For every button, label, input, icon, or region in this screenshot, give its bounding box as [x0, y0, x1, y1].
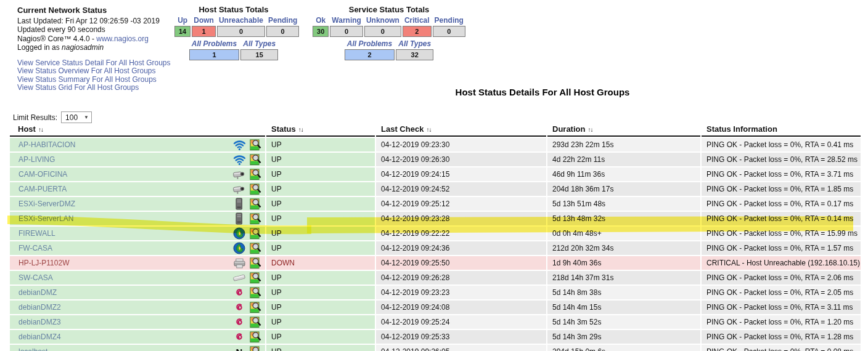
host-row: ESXi-ServerLAN UP 04-12-2019 09:23:28 5d…: [10, 212, 861, 225]
host-totals-count-down: 1: [192, 26, 216, 37]
service-totals-summary-table: All ProblemsAll Types232: [343, 38, 435, 62]
sort-arrows-icon[interactable]: ↑↓: [298, 126, 303, 133]
host-link[interactable]: ESXi-ServerLAN: [10, 214, 73, 223]
duration: 1d 9h 40m 36s: [547, 256, 700, 270]
host-link[interactable]: CAM-OFICINA: [10, 170, 67, 179]
host-row: debianDMZ UP 04-12-2019 09:23:23 5d 14h …: [10, 286, 861, 299]
status-map-icon[interactable]: [249, 242, 263, 254]
nav-link[interactable]: View Status Grid For All Host Groups: [17, 84, 171, 92]
logged-in-line: Logged in as nagiosadmin: [17, 43, 171, 52]
host-status-table: Host↑↓Status↑↓Last Check↑↓Duration↑↓Stat…: [9, 123, 862, 351]
status-information: CRITICAL - Host Unreachable (192.168.10.…: [702, 256, 861, 270]
sort-arrows-icon[interactable]: ↑↓: [38, 126, 43, 133]
debian-icon: [232, 301, 246, 313]
host-link[interactable]: AP-LIVING: [10, 155, 55, 164]
host-link[interactable]: localhost: [10, 347, 47, 351]
status-map-icon[interactable]: [249, 198, 263, 210]
sort-arrows-icon[interactable]: ↑↓: [588, 126, 592, 133]
host-link[interactable]: debianDMZ: [10, 288, 57, 297]
host-totals-header-unreachable[interactable]: Unreachable: [217, 16, 265, 25]
status-map-icon[interactable]: [249, 257, 263, 269]
status-map-icon[interactable]: [249, 183, 263, 195]
column-header-last-check: Last Check↑↓: [376, 124, 546, 137]
host-status: UP: [266, 241, 375, 255]
status-map-icon[interactable]: [249, 316, 263, 328]
last-check: 04-12-2019 09:22:22: [376, 227, 546, 240]
host-link[interactable]: FW-CASA: [10, 244, 52, 252]
host-all-types-label[interactable]: All Types: [240, 39, 278, 48]
service-all-problems-label[interactable]: All Problems: [345, 39, 395, 48]
version-line: Nagios® Core™ 4.4.0 - www.nagios.org: [17, 34, 171, 44]
network-status-panel: Current Network Status Last Updated: Fri…: [17, 6, 171, 92]
host-row: CAM-PUERTA UP 04-12-2019 09:24:52 204d 1…: [10, 182, 861, 196]
host-status: UP: [266, 286, 375, 299]
host-link[interactable]: HP-LJ-P1102W: [10, 259, 69, 267]
status-map-icon[interactable]: [249, 153, 263, 166]
service-all-problems-count: 2: [345, 49, 395, 60]
status-map-icon[interactable]: [249, 345, 263, 351]
host-status: UP: [266, 197, 375, 211]
nav-link[interactable]: View Status Summary For All Host Groups: [17, 76, 171, 84]
host-all-problems-count: 1: [189, 49, 239, 60]
host-cell: debianDMZ2: [10, 301, 265, 314]
status-map-icon[interactable]: [249, 331, 263, 343]
host-status: UP: [266, 227, 375, 240]
status-map-icon[interactable]: [249, 168, 263, 180]
debian-icon: [232, 286, 246, 299]
last-check: 04-12-2019 09:25:33: [376, 330, 546, 344]
host-link[interactable]: debianDMZ4: [10, 333, 61, 341]
last-check: 04-12-2019 09:26:05: [376, 345, 546, 351]
host-link[interactable]: debianDMZ3: [10, 318, 61, 326]
host-row: localhost N UP 04-12-2019 09:26:05 294d …: [10, 345, 861, 351]
service-all-types-label[interactable]: All Types: [396, 39, 433, 48]
host-row: HP-LJ-P1102W DOWN 04-12-2019 09:25:50 1d…: [10, 256, 861, 270]
host-link[interactable]: CAM-PUERTA: [10, 185, 67, 193]
wifi-icon: [232, 139, 246, 151]
status-map-icon[interactable]: [249, 212, 263, 225]
host-cell: FW-CASA: [10, 241, 265, 255]
status-map-icon[interactable]: [249, 139, 263, 151]
duration: 4d 22h 22m 11s: [547, 153, 700, 166]
host-totals-header-pending[interactable]: Pending: [266, 16, 299, 25]
last-check: 04-12-2019 09:25:24: [376, 315, 546, 329]
duration: 293d 23h 22m 15s: [547, 138, 700, 151]
service-totals-count-critical: 2: [403, 26, 432, 37]
host-totals-header-down[interactable]: Down: [192, 16, 216, 25]
host-status: UP: [266, 315, 375, 329]
service-totals-count-pending: 0: [433, 26, 465, 37]
host-totals-header-up[interactable]: Up: [174, 16, 190, 25]
host-totals-count-up: 14: [174, 26, 190, 37]
service-totals-header-pending[interactable]: Pending: [433, 16, 465, 25]
limit-results-select[interactable]: 100 ▼: [61, 111, 92, 123]
status-map-icon[interactable]: [249, 301, 263, 313]
host-link[interactable]: SW-CASA: [10, 273, 53, 282]
status-information: PING OK - Packet loss = 0%, RTA = 0.17 m…: [702, 197, 861, 211]
host-all-problems-label[interactable]: All Problems: [189, 39, 239, 48]
nav-link[interactable]: View Service Status Detail For All Host …: [17, 59, 171, 68]
service-totals-header-critical[interactable]: Critical: [403, 16, 432, 25]
host-link[interactable]: debianDMZ2: [10, 303, 61, 312]
status-map-icon[interactable]: [249, 272, 263, 284]
host-link[interactable]: FIREWALL: [10, 229, 55, 238]
status-map-icon[interactable]: [249, 227, 263, 240]
nav-links: View Service Status Detail For All Host …: [17, 59, 171, 92]
nagios-org-link[interactable]: www.nagios.org: [96, 34, 149, 43]
status-information: PING OK - Packet loss = 0%, RTA = 0.41 m…: [702, 138, 861, 151]
duration: 0d 0h 4m 48s+: [547, 227, 700, 240]
duration: 5d 14h 3m 29s: [547, 330, 700, 344]
status-map-icon[interactable]: [249, 286, 263, 299]
host-row: FIREWALL UP 04-12-2019 09:22:22 0d 0h 4m…: [10, 227, 861, 240]
service-totals-header-warning[interactable]: Warning: [330, 16, 363, 25]
host-link[interactable]: AP-HABITACION: [10, 140, 75, 149]
service-totals-header-ok[interactable]: Ok: [313, 16, 329, 25]
nagios-host-status-page: { "page_title": "Host Status Details For…: [0, 0, 868, 351]
host-link[interactable]: ESXi-ServerDMZ: [10, 200, 75, 208]
sort-arrows-icon[interactable]: ↑↓: [426, 126, 431, 133]
nav-link[interactable]: View Status Overview For All Host Groups: [17, 67, 171, 76]
host-cell: debianDMZ: [10, 286, 265, 299]
host-totals-table: UpDownUnreachablePending14100: [173, 15, 300, 38]
host-cell: SW-CASA: [10, 271, 265, 284]
host-row: debianDMZ2 UP 04-12-2019 09:24:08 5d 14h…: [10, 301, 861, 314]
host-status: DOWN: [266, 256, 375, 270]
service-totals-header-unknown[interactable]: Unknown: [364, 16, 401, 25]
